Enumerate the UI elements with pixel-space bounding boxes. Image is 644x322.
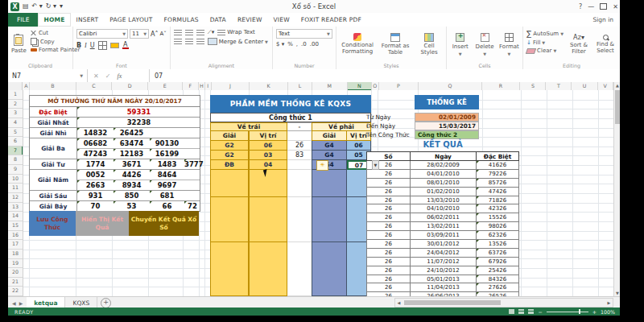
close-icon[interactable]: ✕ bbox=[613, 3, 618, 10]
scroll-right-icon[interactable]: ▶ bbox=[605, 300, 613, 305]
italic-button[interactable]: I bbox=[85, 42, 87, 49]
column-header-B[interactable]: B bbox=[30, 82, 76, 90]
result-cell[interactable]: 26 bbox=[366, 258, 411, 266]
empty-cell[interactable] bbox=[312, 197, 347, 207]
empty-cell[interactable] bbox=[312, 233, 347, 242]
enter-icon[interactable]: ✓ bbox=[105, 72, 111, 80]
middle-value-cell[interactable]: 26 bbox=[287, 141, 312, 151]
number-format-select[interactable]: Text▼ bbox=[276, 29, 332, 39]
column-header-U[interactable]: U bbox=[572, 82, 597, 90]
right-prize-cell[interactable]: G4 bbox=[312, 151, 347, 160]
column-header-J[interactable]: J bbox=[212, 82, 250, 90]
empty-cell[interactable] bbox=[210, 278, 249, 287]
underline-button[interactable]: U bbox=[90, 42, 95, 49]
empty-cell[interactable] bbox=[312, 251, 347, 261]
smart-tag-icon[interactable]: ✳ bbox=[316, 160, 328, 171]
result-cell[interactable]: 63726 bbox=[477, 249, 519, 258]
empty-cell[interactable] bbox=[249, 224, 287, 233]
borders-icon[interactable] bbox=[98, 41, 107, 50]
row-header-1[interactable]: 1 bbox=[8, 90, 23, 100]
name-box[interactable]: N7 ▼ bbox=[8, 69, 88, 82]
left-prize-cell[interactable]: G2 bbox=[210, 151, 249, 160]
prize-value[interactable]: 90130 bbox=[150, 138, 184, 148]
column-header-V[interactable]: V bbox=[598, 82, 613, 90]
row-header-18[interactable]: 18 bbox=[8, 250, 23, 259]
decrease-decimal-icon[interactable]: .00 bbox=[310, 41, 319, 47]
empty-cell[interactable] bbox=[287, 224, 312, 233]
row-header-4[interactable]: 4 bbox=[8, 118, 23, 128]
column-header-E[interactable]: E bbox=[148, 82, 183, 90]
column-header-N[interactable]: N bbox=[348, 82, 372, 90]
empty-cell[interactable] bbox=[249, 260, 287, 270]
column-header-D[interactable]: D bbox=[112, 82, 148, 90]
percent-style-icon[interactable]: % bbox=[287, 41, 293, 47]
prize-value[interactable]: 4426 bbox=[114, 170, 150, 180]
result-cell[interactable]: 98026 bbox=[477, 222, 519, 231]
empty-cell[interactable] bbox=[249, 188, 287, 197]
comma-style-icon[interactable]: , bbox=[296, 41, 298, 47]
fill-button[interactable]: ↓Fill▼ bbox=[526, 39, 564, 46]
result-cell[interactable]: 62326 bbox=[477, 231, 519, 240]
result-cell[interactable]: 42326 bbox=[477, 204, 519, 213]
prize-value[interactable]: 14832 bbox=[77, 128, 114, 138]
result-cell[interactable]: 26/06/2013 bbox=[411, 292, 477, 296]
ribbon-tab-formulas[interactable]: FORMULAS bbox=[159, 13, 204, 27]
align-bottom-icon[interactable] bbox=[196, 30, 204, 35]
vertical-scrollbar[interactable]: ▲ ▼ bbox=[613, 82, 620, 296]
row-header-5[interactable]: 5 bbox=[8, 128, 23, 138]
empty-cell[interactable] bbox=[210, 269, 249, 279]
row-header-3[interactable]: 3 bbox=[8, 109, 23, 118]
prize-value[interactable]: 66 bbox=[150, 201, 184, 211]
prize-value[interactable]: 850 bbox=[114, 191, 150, 200]
insert-cells-button[interactable]: Insert▼ bbox=[450, 29, 470, 60]
result-cell[interactable]: 04/10/2010 bbox=[411, 204, 477, 213]
result-cell[interactable]: 26 bbox=[366, 213, 411, 222]
zoom-out-icon[interactable]: − bbox=[538, 309, 542, 315]
field-value-t-ng-y[interactable]: 02/01/2009 bbox=[415, 113, 479, 122]
result-cell[interactable]: 26 bbox=[366, 179, 411, 188]
empty-cell[interactable] bbox=[249, 197, 287, 207]
column-header-P[interactable]: P bbox=[379, 82, 419, 90]
empty-cell[interactable] bbox=[287, 206, 312, 216]
empty-cell[interactable] bbox=[210, 242, 249, 252]
conditional-formatting-button[interactable]: Conditional Formatting bbox=[340, 29, 375, 60]
empty-cell[interactable] bbox=[287, 278, 312, 287]
empty-cell[interactable] bbox=[249, 287, 287, 296]
stats-header[interactable]: THỐNG KÊ bbox=[415, 95, 479, 109]
result-cell[interactable]: 41626 bbox=[477, 161, 519, 170]
empty-cell[interactable] bbox=[287, 242, 312, 252]
column-header-A[interactable]: A bbox=[23, 82, 30, 90]
row-header-2[interactable]: 2 bbox=[8, 100, 23, 109]
add-sheet-button[interactable]: + bbox=[101, 298, 111, 308]
prize-value[interactable]: 53 bbox=[114, 201, 150, 211]
result-cell[interactable]: 13/03/2010 bbox=[411, 196, 477, 205]
formula-input[interactable]: 07 bbox=[150, 69, 620, 82]
result-cell[interactable]: 25426 bbox=[477, 266, 519, 275]
zoom-in-icon[interactable]: + bbox=[592, 309, 597, 315]
font-size-select[interactable]: 11▼ bbox=[130, 29, 149, 39]
empty-cell[interactable] bbox=[210, 206, 249, 216]
zoom-slider-thumb[interactable] bbox=[579, 309, 580, 314]
font-color-icon[interactable]: A bbox=[122, 42, 129, 49]
result-cell[interactable]: 13526 bbox=[477, 240, 519, 249]
column-header-K[interactable]: K bbox=[250, 82, 288, 90]
column-header-Q[interactable]: Q bbox=[419, 82, 482, 90]
normal-view-icon[interactable] bbox=[509, 309, 514, 314]
find-select-button[interactable]: Find & Select bbox=[594, 29, 617, 60]
result-cell[interactable]: 24/04/2012 bbox=[411, 249, 477, 258]
result-cell[interactable]: 30/01/2012 bbox=[411, 240, 477, 249]
middle-value-cell[interactable]: 83 bbox=[287, 151, 312, 160]
result-cell[interactable]: 05/01/2013 bbox=[411, 275, 477, 284]
result-cell[interactable]: 24/10/2012 bbox=[411, 266, 477, 275]
right-prize-header[interactable]: Giải bbox=[312, 131, 347, 141]
empty-cell[interactable] bbox=[210, 188, 249, 197]
empty-cell[interactable] bbox=[312, 269, 347, 279]
row-header-15[interactable]: 15 bbox=[8, 221, 23, 231]
empty-cell[interactable] bbox=[249, 233, 287, 242]
clear-button[interactable]: Clear▼ bbox=[526, 47, 564, 54]
result-cell[interactable]: 26 bbox=[366, 283, 411, 292]
result-cell[interactable]: 11/04/2013 bbox=[411, 283, 477, 292]
result-cell[interactable]: 47426 bbox=[477, 188, 519, 196]
sheet-next-icon[interactable]: ▶ bbox=[19, 300, 23, 306]
result-cell[interactable]: 85726 bbox=[477, 179, 519, 188]
